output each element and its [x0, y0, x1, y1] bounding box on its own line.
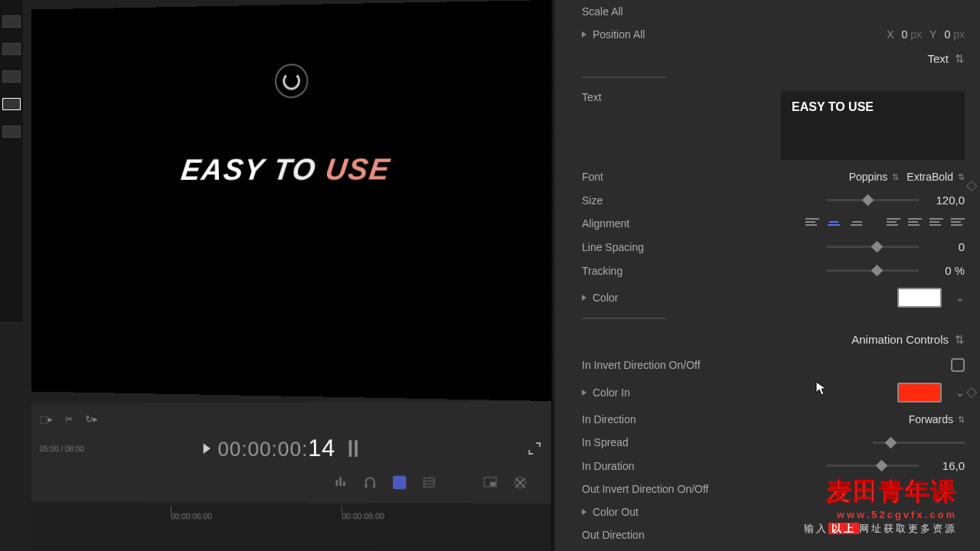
- font-family-dropdown[interactable]: Poppins⇅: [849, 171, 900, 183]
- color-out-label: Color Out: [593, 506, 707, 518]
- timecode-row: 05:00 / 08:00 00:00:00:14: [40, 428, 542, 468]
- timecode-hms: 00:00:00:: [217, 437, 308, 460]
- node-thumb[interactable]: [2, 43, 21, 55]
- in-duration-slider[interactable]: [827, 465, 919, 467]
- color-label: Color: [593, 292, 707, 304]
- preview-viewport[interactable]: EASY TO USE: [31, 0, 551, 401]
- text-input-row: Text EASY TO USE: [582, 86, 965, 165]
- align-center-button[interactable]: [827, 218, 841, 229]
- position-all-label: Position All: [593, 28, 707, 41]
- keyframe-diamond-icon[interactable]: [966, 181, 977, 191]
- in-duration-value[interactable]: 16,0: [926, 459, 965, 472]
- pos-x-value[interactable]: 0: [901, 28, 907, 41]
- font-label: Font: [582, 171, 697, 183]
- out-direction-label: Out Direction: [582, 529, 697, 541]
- tracking-row: Tracking 0 %: [582, 259, 965, 282]
- node-thumb[interactable]: [2, 70, 21, 83]
- disclosure-icon[interactable]: [582, 31, 586, 37]
- waveform-icon[interactable]: [393, 476, 406, 490]
- font-weight-dropdown[interactable]: ExtraBold⇅: [906, 171, 965, 183]
- scale-all-row: Scale All: [582, 0, 965, 23]
- tracking-value[interactable]: 0 %: [926, 264, 965, 277]
- section-divider: [582, 77, 666, 78]
- in-spread-label: In Spread: [582, 436, 697, 448]
- linespacing-slider[interactable]: [827, 246, 919, 248]
- nodes-strip: [0, 0, 23, 321]
- pos-x-label: X: [887, 28, 893, 41]
- duration-readout: 05:00 / 08:00: [40, 444, 84, 452]
- node-thumb[interactable]: [2, 126, 21, 138]
- font-row: Font Poppins⇅ ExtraBold⇅: [582, 165, 965, 188]
- in-spread-slider[interactable]: [873, 442, 965, 444]
- preview-word: TO: [272, 152, 318, 185]
- chevron-updown-icon: ⇅: [955, 333, 965, 347]
- transport-bar: ⬚▸ ✂ ↻▸ 05:00 / 08:00 00:00:00:14: [31, 401, 551, 504]
- size-label: Size: [582, 194, 697, 207]
- disclosure-icon[interactable]: [582, 509, 586, 515]
- in-invert-checkbox[interactable]: [951, 358, 965, 372]
- alignment-row: Alignment: [582, 212, 965, 235]
- disclosure-icon[interactable]: [582, 295, 586, 301]
- color-in-swatch[interactable]: [897, 383, 942, 403]
- keyframe-diamond-icon[interactable]: [966, 387, 977, 398]
- animation-section-header[interactable]: Animation Controls ⇅: [582, 327, 965, 353]
- node-thumb[interactable]: [2, 15, 21, 28]
- pos-y-label: Y: [929, 28, 936, 41]
- in-direction-dropdown[interactable]: Forwards⇅: [909, 413, 965, 425]
- align-middle-button[interactable]: [908, 218, 922, 229]
- viewer-bottom-icons: [40, 468, 542, 497]
- pointer-tool-icon[interactable]: ✂: [65, 413, 73, 424]
- expand-icon[interactable]: [527, 441, 542, 456]
- timeline-mark: 00:00:06:00: [171, 512, 212, 521]
- animation-section-label: Animation Controls: [851, 333, 949, 347]
- text-content-input[interactable]: EASY TO USE: [781, 91, 965, 160]
- play-icon[interactable]: [204, 443, 211, 454]
- bypass-icon[interactable]: [514, 476, 528, 490]
- align-right-button[interactable]: [848, 218, 862, 229]
- pos-y-value[interactable]: 0: [944, 28, 950, 41]
- text-color-swatch[interactable]: [897, 288, 942, 308]
- pause-icon[interactable]: [348, 440, 357, 457]
- chevron-updown-icon: ⇅: [955, 52, 965, 66]
- out-invert-label: Out Invert Direction On/Off: [582, 483, 965, 495]
- position-all-row: Position All X 0px Y 0px: [582, 23, 965, 46]
- color-out-row: Color Out: [582, 500, 965, 523]
- node-thumb-selected[interactable]: [2, 98, 21, 110]
- in-direction-row: In Direction Forwards⇅: [582, 408, 965, 431]
- preview-word: USE: [324, 152, 393, 185]
- out-invert-row: Out Invert Direction On/Off: [582, 478, 965, 500]
- crop-tool-icon[interactable]: ⬚▸: [40, 413, 53, 424]
- timecode-frames: 14: [308, 434, 335, 461]
- filmstrip-icon[interactable]: [423, 476, 436, 490]
- linespacing-value[interactable]: 0: [926, 240, 965, 253]
- timeline-strip[interactable]: 00:00:06:00 00:00:08:00: [31, 504, 551, 551]
- alignment-label: Alignment: [582, 217, 697, 230]
- audio-level-icon[interactable]: [335, 475, 348, 489]
- inspector-panel: Scale All Position All X 0px Y 0px Text …: [551, 0, 980, 551]
- disclosure-icon[interactable]: [582, 390, 586, 396]
- text-field-label: Text: [582, 91, 697, 103]
- chevron-down-icon[interactable]: ⌄: [956, 292, 965, 304]
- size-slider[interactable]: [827, 199, 919, 201]
- tracking-slider[interactable]: [827, 269, 919, 272]
- unit-px: px: [953, 28, 965, 41]
- align-bottom-button[interactable]: [929, 218, 943, 229]
- size-value[interactable]: 120,0: [926, 194, 965, 207]
- svg-rect-4: [373, 484, 375, 487]
- timecode-display[interactable]: 00:00:00:14: [217, 434, 335, 461]
- align-left-button[interactable]: [805, 218, 819, 229]
- align-justify-button[interactable]: [951, 218, 965, 229]
- headphones-icon[interactable]: [364, 475, 377, 489]
- text-section-header[interactable]: Text ⇅: [582, 46, 965, 72]
- in-invert-row: In Invert Direction On/Off: [582, 353, 965, 377]
- align-top-button[interactable]: [887, 218, 900, 229]
- loading-indicator-icon: [275, 64, 308, 98]
- svg-rect-9: [490, 482, 495, 486]
- unit-px: px: [910, 28, 922, 41]
- pip-icon[interactable]: [483, 476, 497, 490]
- refresh-icon[interactable]: ↻▸: [85, 413, 97, 424]
- svg-rect-3: [365, 484, 368, 487]
- chevron-down-icon[interactable]: ⌄: [956, 386, 965, 399]
- in-duration-label: In Duration: [582, 460, 697, 472]
- timeline-mark: 00:00:08:00: [341, 511, 384, 520]
